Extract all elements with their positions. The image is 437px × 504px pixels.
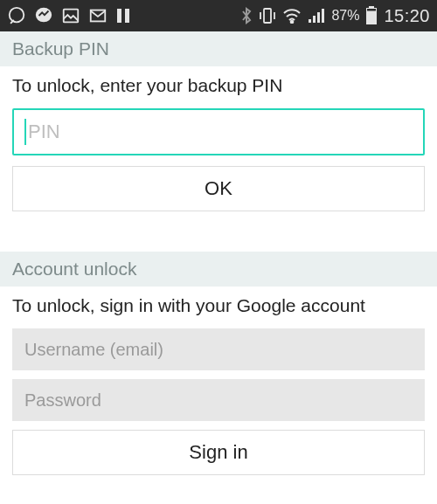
battery-icon [365,6,378,25]
status-left [7,6,131,25]
svg-rect-6 [264,9,271,23]
svg-rect-8 [309,19,311,23]
image-icon [61,6,80,25]
svg-rect-14 [367,9,376,11]
battery-percent-label: 87% [331,8,359,24]
backup-pin-body: To unlock, enter your backup PIN PIN OK [0,66,437,225]
svg-point-0 [10,8,24,23]
account-unlock-body: To unlock, sign in with your Google acco… [0,287,437,489]
account-unlock-instruction: To unlock, sign in with your Google acco… [12,295,425,316]
password-input[interactable] [12,379,425,421]
backup-pin-instruction: To unlock, enter your backup PIN [12,75,425,96]
svg-rect-11 [322,9,324,23]
status-bar: 87% 15:20 [0,0,437,31]
pause-icon [115,7,131,24]
signal-icon [308,8,325,24]
bluetooth-icon [240,7,253,24]
signin-button[interactable]: Sign in [12,430,425,475]
gmail-icon [88,6,108,25]
text-caret [24,119,26,145]
status-right: 87% 15:20 [240,6,430,26]
svg-rect-4 [117,9,121,23]
account-unlock-header: Account unlock [0,252,437,287]
svg-point-7 [291,21,294,24]
svg-rect-9 [313,16,316,23]
svg-rect-12 [369,6,374,8]
clock-label: 15:20 [384,6,430,26]
pin-placeholder: PIN [28,121,60,143]
messenger-icon [34,6,53,25]
wifi-icon [282,8,302,24]
svg-rect-5 [125,9,129,23]
vibrate-icon [259,6,276,25]
ok-button[interactable]: OK [12,166,425,211]
section-gap [0,225,437,252]
whatsapp-icon [7,6,26,25]
pin-input[interactable]: PIN [12,108,425,155]
backup-pin-header: Backup PIN [0,31,437,66]
svg-rect-10 [317,12,320,23]
username-input[interactable] [12,328,425,370]
